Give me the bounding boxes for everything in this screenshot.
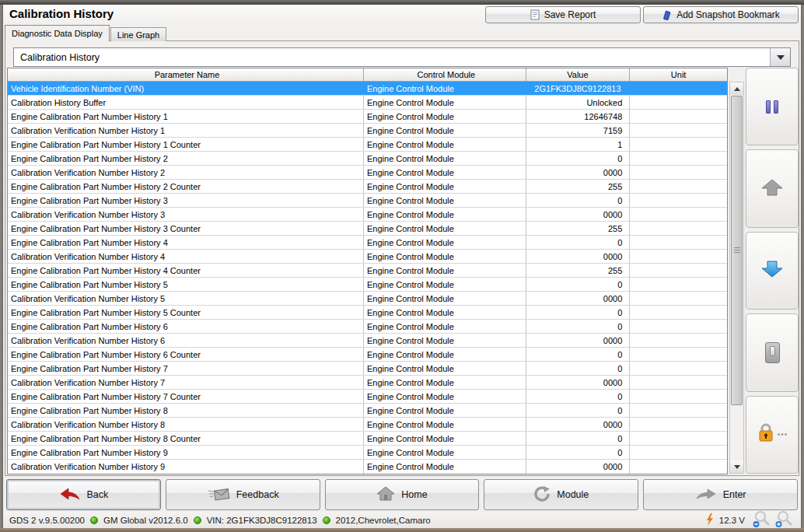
table-row[interactable]: Calibration History BufferEngine Control…: [8, 96, 727, 110]
cell-param: Engine Calibration Part Number History 1…: [8, 138, 364, 151]
module-button[interactable]: Module: [484, 479, 638, 510]
cell-module: Engine Control Module: [364, 82, 526, 95]
cell-unit: [630, 390, 727, 403]
table-row[interactable]: Engine Calibration Part Number History 3…: [8, 194, 727, 208]
ellipsis-icon: •••: [778, 430, 788, 439]
cell-param: Engine Calibration Part Number History 4: [8, 236, 364, 249]
cell-param: Engine Calibration Part Number History 7: [8, 362, 364, 375]
cell-unit: [630, 264, 727, 277]
cell-param: Engine Calibration Part Number History 5…: [8, 306, 364, 319]
table-row[interactable]: Engine Calibration Part Number History 8…: [8, 432, 727, 446]
table-row[interactable]: Engine Calibration Part Number History 3…: [8, 222, 727, 236]
table-row[interactable]: Engine Calibration Part Number History 7…: [8, 362, 727, 376]
toggle-control-button[interactable]: [746, 313, 799, 391]
table-row[interactable]: Engine Calibration Part Number History 4…: [8, 264, 727, 278]
zoom-in-icon[interactable]: [775, 510, 793, 530]
scroll-down-icon[interactable]: [730, 460, 743, 473]
feedback-button[interactable]: Feedback: [166, 479, 320, 510]
table-row[interactable]: Calibration Verification Number History …: [8, 250, 727, 264]
cell-unit: [630, 236, 727, 249]
window-frame-bottom: [0, 528, 804, 532]
cell-param: Engine Calibration Part Number History 3…: [8, 222, 364, 235]
table-row[interactable]: Engine Calibration Part Number History 7…: [8, 390, 727, 404]
table-row[interactable]: Engine Calibration Part Number History 1…: [8, 138, 727, 152]
table-row[interactable]: Vehicle Identification Number (VIN)Engin…: [8, 82, 727, 96]
back-button[interactable]: Back: [6, 479, 161, 510]
tab-bar: Diagnostic Data Display Line Graph: [5, 25, 166, 41]
cell-module: Engine Control Module: [364, 96, 526, 109]
side-control-panel: •••: [746, 68, 799, 474]
dropdown-selected-value: Calibration History: [14, 52, 770, 63]
cell-module: Engine Control Module: [364, 348, 526, 361]
table-row[interactable]: Calibration Verification Number History …: [8, 208, 727, 222]
cell-module: Engine Control Module: [364, 446, 526, 459]
status-item: GDS 2 v.9.5.00200: [9, 516, 85, 525]
diagnostic-data-panel: Calibration History Parameter Name Contr…: [5, 40, 799, 476]
table-row[interactable]: Calibration Verification Number History …: [8, 166, 727, 180]
cell-value: 0: [526, 194, 631, 207]
column-header-unit[interactable]: Unit: [630, 68, 727, 81]
scroll-up-icon[interactable]: [730, 82, 743, 95]
table-row[interactable]: Calibration Verification Number History …: [8, 124, 727, 138]
pause-button[interactable]: [746, 68, 799, 145]
cell-value: 0: [526, 348, 631, 361]
cell-value: 0: [526, 390, 631, 403]
cell-unit: [630, 432, 727, 445]
cell-module: Engine Control Module: [364, 152, 526, 165]
cell-unit: [630, 124, 727, 137]
tab-line-graph[interactable]: Line Graph: [110, 27, 166, 41]
cell-value: 0000: [526, 292, 631, 305]
scroll-page-up-button[interactable]: [746, 149, 799, 227]
lock-button[interactable]: •••: [746, 396, 799, 474]
enter-arrow-icon: [695, 488, 717, 502]
cell-param: Calibration Verification Number History …: [8, 460, 364, 474]
cell-value: 0: [526, 278, 631, 291]
table-row[interactable]: Engine Calibration Part Number History 5…: [8, 306, 727, 320]
cell-param: Calibration Verification Number History …: [8, 124, 364, 137]
enter-button[interactable]: Enter: [643, 479, 798, 510]
cell-param: Calibration History Buffer: [8, 96, 364, 109]
cell-module: Engine Control Module: [364, 278, 526, 291]
cell-value: 0: [526, 236, 631, 249]
table-row[interactable]: Engine Calibration Part Number History 2…: [8, 152, 727, 166]
cell-value: 0000: [526, 166, 631, 179]
column-header-control-module[interactable]: Control Module: [364, 68, 526, 81]
tab-diagnostic-data-display[interactable]: Diagnostic Data Display: [5, 25, 110, 41]
chevron-down-icon[interactable]: [770, 48, 790, 66]
status-item: VIN: 2G1FK3DJ8C9122813: [207, 516, 317, 525]
scroll-page-down-button[interactable]: [746, 232, 799, 310]
save-report-button[interactable]: Save Report: [485, 6, 641, 23]
zoom-out-icon[interactable]: [753, 510, 771, 530]
table-row[interactable]: Calibration Verification Number History …: [8, 292, 727, 306]
column-header-parameter-name[interactable]: Parameter Name: [8, 68, 364, 81]
cell-unit: [630, 362, 727, 375]
table-row[interactable]: Engine Calibration Part Number History 6…: [8, 320, 727, 334]
table-row[interactable]: Calibration Verification Number History …: [8, 418, 727, 432]
column-header-value[interactable]: Value: [526, 68, 631, 81]
home-label: Home: [401, 489, 427, 500]
cell-param: Calibration Verification Number History …: [8, 166, 364, 179]
table-row[interactable]: Calibration Verification Number History …: [8, 334, 727, 348]
scrollbar-thumb[interactable]: [731, 96, 743, 405]
table-row[interactable]: Engine Calibration Part Number History 4…: [8, 236, 727, 250]
table-row[interactable]: Engine Calibration Part Number History 2…: [8, 180, 727, 194]
table-scrollbar[interactable]: [729, 82, 744, 474]
home-button[interactable]: Home: [325, 479, 480, 510]
table-row[interactable]: Engine Calibration Part Number History 5…: [8, 278, 727, 292]
cell-value: 0: [526, 404, 631, 417]
parameter-group-dropdown[interactable]: Calibration History: [13, 47, 791, 67]
table-row[interactable]: Engine Calibration Part Number History 6…: [8, 348, 727, 362]
cell-unit: [630, 138, 727, 151]
table-row[interactable]: Calibration Verification Number History …: [8, 376, 727, 390]
table-row[interactable]: Engine Calibration Part Number History 9…: [8, 446, 727, 460]
page-title: Calibration History: [9, 7, 114, 20]
add-snapshot-bookmark-button[interactable]: Add Snapshot Bookmark: [643, 6, 799, 23]
back-label: Back: [87, 489, 109, 500]
cell-value: 2G1FK3DJ8C9122813: [526, 82, 631, 95]
cell-module: Engine Control Module: [364, 250, 526, 263]
table-row[interactable]: Calibration Verification Number History …: [8, 460, 727, 474]
cell-value: 0: [526, 320, 631, 333]
cell-unit: [630, 166, 727, 179]
table-row[interactable]: Engine Calibration Part Number History 1…: [8, 110, 727, 124]
table-row[interactable]: Engine Calibration Part Number History 8…: [8, 404, 727, 418]
